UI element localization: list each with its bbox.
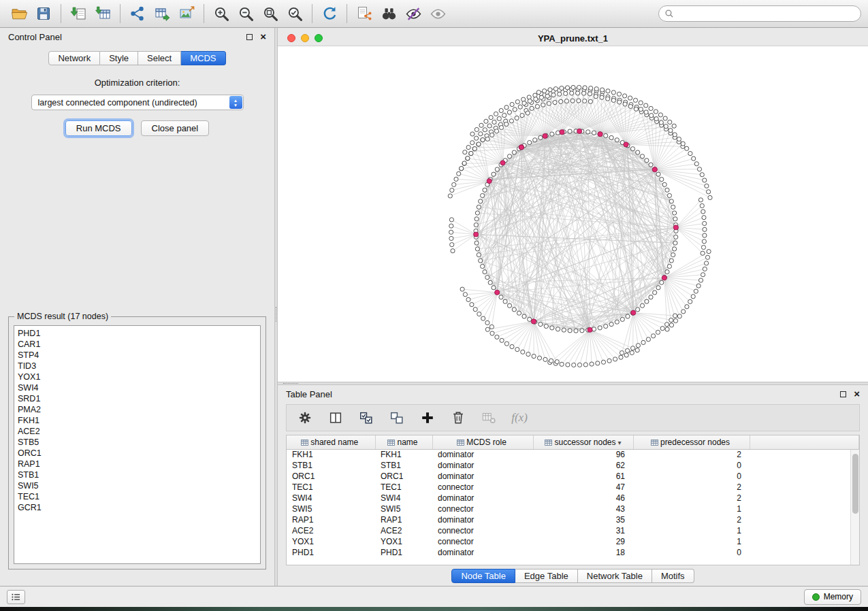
table-cell[interactable]: SWI4 [287,493,375,503]
float-panel-icon[interactable] [246,34,253,40]
window-maximize-icon[interactable] [315,34,323,42]
table-cell[interactable]: dominator [432,547,533,558]
table-cell[interactable]: ORC1 [287,471,375,482]
table-cell[interactable]: 61 [533,471,633,482]
search-input[interactable] [677,9,855,18]
tab-network[interactable]: Network [48,51,100,65]
column-header[interactable]: name [375,435,432,449]
table-cell[interactable]: 1 [633,525,750,536]
create-column-button[interactable] [417,408,438,428]
table-cell[interactable]: 0 [633,547,750,558]
export-document-button[interactable] [352,3,376,24]
table-options-button[interactable] [295,408,315,428]
network-canvas[interactable] [278,46,868,382]
search-box[interactable] [658,5,861,22]
mcds-result-item[interactable]: ORC1 [18,448,257,459]
delete-column-button[interactable] [448,408,468,428]
table-cell[interactable]: connector [432,536,533,547]
vertical-splitter[interactable] [274,28,278,586]
mcds-result-item[interactable]: STP4 [18,350,257,361]
table-row[interactable]: RAP1RAP1dominator352 [287,514,859,525]
window-close-icon[interactable] [287,34,295,42]
zoom-in-button[interactable] [209,3,234,24]
mcds-result-item[interactable]: STB1 [18,469,257,480]
table-cell[interactable]: ACE2 [375,525,432,536]
mcds-result-item[interactable]: YOX1 [18,371,257,382]
deselect-all-button[interactable] [387,408,407,428]
tab-mcds[interactable]: MCDS [181,51,225,65]
table-cell[interactable]: 1 [633,536,750,547]
table-cell[interactable]: 46 [533,493,633,503]
table-row[interactable]: SWI4SWI4dominator462 [287,493,859,503]
horizontal-splitter[interactable] [278,382,868,385]
table-cell[interactable]: 62 [533,460,633,471]
table-cell[interactable]: STB1 [375,460,432,471]
close-table-panel-icon[interactable]: × [854,390,860,398]
table-cell[interactable]: 2 [633,514,750,525]
table-cell[interactable]: 2 [633,482,750,493]
table-cell[interactable]: dominator [432,493,533,503]
table-cell[interactable]: 18 [533,547,633,558]
table-cell[interactable]: RAP1 [287,514,375,525]
scrollbar-thumb[interactable] [852,454,858,514]
mcds-result-item[interactable]: SWI4 [18,382,257,393]
table-scrollbar[interactable] [850,450,859,565]
memory-button[interactable]: Memory [804,589,861,605]
close-panel-icon[interactable]: × [260,33,266,41]
table-row[interactable]: PHD1PHD1dominator180 [287,547,859,558]
table-cell[interactable]: 2 [633,493,750,503]
tab-node-table[interactable]: Node Table [451,569,515,583]
table-cell[interactable]: FKH1 [375,449,432,460]
export-network-button[interactable] [125,3,150,24]
table-cell[interactable]: connector [432,525,533,536]
close-panel-button[interactable]: Close panel [141,120,210,136]
mcds-result-item[interactable]: CAR1 [18,339,257,350]
function-builder-button[interactable]: f(x) [509,408,530,428]
table-cell[interactable]: TEC1 [287,482,375,493]
column-header[interactable]: successor nodes▾ [533,435,633,449]
select-all-button[interactable] [356,408,376,428]
table-row[interactable]: FKH1FKH1dominator962 [287,449,859,460]
column-header[interactable]: MCDS role [432,435,533,449]
export-table-button[interactable] [150,3,174,24]
mcds-result-item[interactable]: TID3 [18,361,257,371]
mcds-result-list[interactable]: PHD1CAR1STP4TID3YOX1SWI4SRD1PMA2FKH1ACE2… [14,325,261,564]
table-cell[interactable]: SWI4 [375,493,432,503]
table-cell[interactable]: 1 [633,503,750,514]
table-cell[interactable]: STB1 [287,460,375,471]
tab-select[interactable]: Select [138,51,181,65]
criterion-dropdown[interactable]: largest connected component (undirected)… [31,95,244,110]
mcds-result-item[interactable]: PMA2 [18,404,257,415]
table-cell[interactable]: dominator [432,460,533,471]
column-header[interactable]: predecessor nodes [633,435,750,449]
tab-edge-table[interactable]: Edge Table [515,569,578,583]
table-cell[interactable]: TEC1 [375,482,432,493]
table-cell[interactable]: dominator [432,471,533,482]
tab-network-table[interactable]: Network Table [578,569,652,583]
table-cell[interactable]: ACE2 [287,525,375,536]
float-table-panel-icon[interactable] [840,391,846,397]
table-cell[interactable]: PHD1 [375,547,432,558]
tab-style[interactable]: Style [100,51,138,65]
show-graphics-details-button[interactable] [425,3,450,24]
table-row[interactable]: ORC1ORC1dominator610 [287,471,859,482]
table-cell[interactable]: connector [432,503,533,514]
mcds-result-item[interactable]: GCR1 [18,502,257,513]
table-cell[interactable]: dominator [432,514,533,525]
table-cell[interactable]: FKH1 [287,449,375,460]
task-history-button[interactable] [7,590,25,604]
open-file-button[interactable] [7,3,31,24]
mcds-result-item[interactable]: SWI5 [18,480,257,491]
show-columns-button[interactable] [325,408,346,428]
table-cell[interactable]: dominator [432,449,533,460]
window-minimize-icon[interactable] [301,34,309,42]
table-cell[interactable]: 96 [533,449,633,460]
refresh-layout-button[interactable] [317,3,342,24]
mcds-result-item[interactable]: RAP1 [18,459,257,469]
table-cell[interactable]: 47 [533,482,633,493]
mcds-result-item[interactable]: SRD1 [18,393,257,404]
mcds-result-item[interactable]: PHD1 [18,328,257,339]
mcds-result-item[interactable]: ACE2 [18,426,257,437]
table-cell[interactable]: 29 [533,536,633,547]
export-image-button[interactable] [174,3,199,24]
